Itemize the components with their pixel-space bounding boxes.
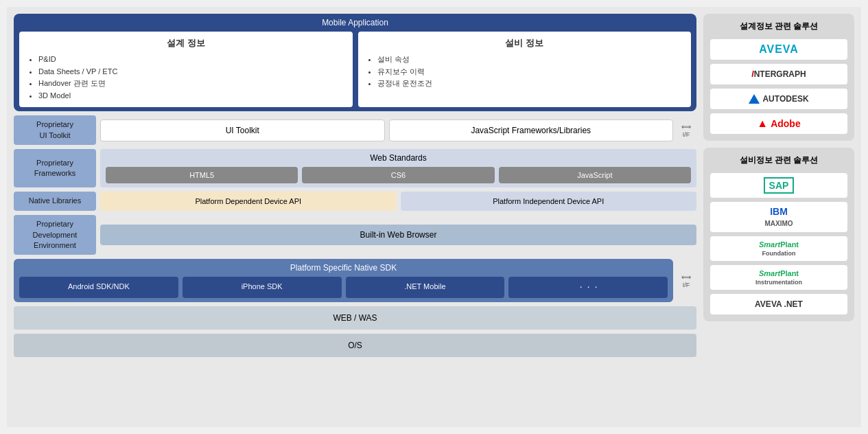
platform-sdk-row: Platform Specific Native SDK Android SDK… (14, 259, 696, 302)
aveva-net-logo: AVEVA .NET (755, 299, 803, 309)
proprietary-frameworks-label: ProprietaryFrameworks (14, 149, 96, 187)
smartplant-foundation-logo-box: SmartPlantFoundation (710, 236, 847, 261)
ui-toolkit-box: UI Toolkit (100, 119, 385, 141)
browser-box: Built-in Web Browser (100, 225, 696, 245)
cs6-item: CS6 (302, 167, 494, 183)
right-panel: 설계정보 관련 솔루션 AVEVA INTERGRAPH AUTODESK ▲ … (703, 14, 854, 420)
net-mobile-item: .NET Mobile (346, 277, 505, 298)
mobile-app-inner: 설계 정보 P&ID Data Sheets / VP / ETC Handov… (19, 32, 691, 107)
android-sdk-item: Android SDK/NDK (19, 277, 178, 298)
if-arrow-1: ⟺I/F (676, 123, 696, 138)
adobe-icon: ▲ (757, 117, 768, 130)
design-info-title: 설계 정보 (27, 37, 344, 49)
ui-toolkit-layer: ProprietaryUI Toolkit UI Toolkit JavaScr… (14, 115, 673, 145)
platform-sdk-items: Android SDK/NDK iPhone SDK .NET Mobile ・… (19, 277, 668, 298)
aveva-logo-box: AVEVA (710, 39, 847, 60)
if-arrow-2: ⟺I/F (676, 273, 696, 288)
facility-info-box: 설비 정보 설비 속성 유지보수 이력 공정내 운전조건 (358, 32, 692, 107)
ui-toolkit-content: UI Toolkit JavaScript Frameworks/Librari… (100, 115, 673, 145)
native-libraries-label: Native Libraries (14, 192, 96, 211)
facility-info-title: 설비 정보 (366, 37, 683, 49)
smartplant-foundation-logo: SmartPlantFoundation (759, 240, 799, 257)
design-info-item-2: Data Sheets / VP / ETC (38, 66, 344, 78)
frameworks-row: ProprietaryFrameworks Web Standards HTML… (14, 149, 696, 187)
proprietary-dev-row: ProprietaryDevelopmentEnvironment Built-… (14, 215, 696, 255)
aveva-net-logo-box: AVEVA .NET (710, 294, 847, 315)
design-info-box: 설계 정보 P&ID Data Sheets / VP / ETC Handov… (19, 32, 353, 107)
smartplant-instrumentation-logo: SmartPlantInstrumentation (755, 269, 802, 286)
if-label-2: I/F (683, 282, 690, 288)
proprietary-dev-label: ProprietaryDevelopmentEnvironment (14, 215, 96, 255)
platform-dep-api-box: Platform Dependent Device API (100, 192, 397, 211)
facility-info-item-2: 유지보수 이력 (377, 66, 683, 78)
os-box: O/S (14, 334, 696, 357)
intergraph-logo: INTERGRAPH (751, 69, 806, 79)
design-solutions-box: 설계정보 관련 솔루션 AVEVA INTERGRAPH AUTODESK ▲ … (703, 14, 854, 141)
ibm-logo-box: IBMMAXIMO (710, 202, 847, 232)
platform-sdk-container: Platform Specific Native SDK Android SDK… (14, 259, 673, 302)
native-libraries-row: Native Libraries Platform Dependent Devi… (14, 192, 696, 211)
design-info-item-1: P&ID (38, 54, 344, 66)
intergraph-logo-box: INTERGRAPH (710, 64, 847, 84)
autodesk-triangle-icon (749, 94, 760, 104)
facility-solutions-box: 설비정보 관련 솔루션 SAP IBMMAXIMO SmartPlantFoun… (703, 148, 854, 321)
facility-info-list: 설비 속성 유지보수 이력 공정내 운전조건 (366, 54, 683, 90)
smartplant-instrumentation-logo-box: SmartPlantInstrumentation (710, 265, 847, 290)
aveva-logo: AVEVA (759, 43, 799, 56)
proprietary-ui-toolkit-label: ProprietaryUI Toolkit (14, 115, 96, 145)
facility-info-item-1: 설비 속성 (377, 54, 683, 66)
facility-info-item-3: 공정내 운전조건 (377, 78, 683, 90)
platform-indep-api-box: Platform Independent Device API (401, 192, 697, 211)
javascript-item: JavaScript (499, 167, 691, 183)
adobe-logo-box: ▲ Adobe (710, 113, 847, 134)
js-frameworks-box: JavaScript Frameworks/Libraries (389, 119, 674, 141)
browser-content: Built-in Web Browser (100, 215, 696, 255)
sap-logo: SAP (764, 177, 795, 194)
main-container: Mobile Application 설계 정보 P&ID Data Sheet… (7, 7, 861, 427)
autodesk-logo-box: AUTODESK (710, 89, 847, 109)
html5-item: HTML5 (106, 167, 298, 183)
left-panel: Mobile Application 설계 정보 P&ID Data Sheet… (14, 14, 696, 420)
mobile-app-title: Mobile Application (19, 18, 691, 27)
dots-item: ・・・ (508, 277, 668, 298)
design-info-item-4: 3D Model (38, 90, 344, 102)
ui-toolkit-row: ProprietaryUI Toolkit UI Toolkit JavaScr… (14, 115, 696, 145)
iphone-sdk-item: iPhone SDK (183, 277, 342, 298)
sap-logo-box: SAP (710, 173, 847, 198)
web-standards-content: Web Standards HTML5 CS6 JavaScript (100, 149, 696, 187)
adobe-logo: ▲ Adobe (757, 117, 800, 130)
web-standards-items: HTML5 CS6 JavaScript (106, 167, 691, 183)
web-was-box: WEB / WAS (14, 306, 696, 330)
design-info-list: P&ID Data Sheets / VP / ETC Handover 관련 … (27, 54, 344, 102)
ibm-logo: IBMMAXIMO (764, 206, 793, 228)
facility-solutions-title: 설비정보 관련 솔루션 (710, 155, 847, 166)
native-libraries-content: Platform Dependent Device API Platform I… (100, 192, 696, 211)
web-standards-title: Web Standards (106, 153, 691, 163)
if-label-1: I/F (683, 131, 690, 138)
autodesk-logo: AUTODESK (749, 94, 808, 104)
web-standards-container: Web Standards HTML5 CS6 JavaScript (100, 149, 696, 187)
design-info-item-3: Handover 관련 도면 (38, 78, 344, 90)
design-solutions-title: 설계정보 관련 솔루션 (710, 21, 847, 32)
mobile-app-box: Mobile Application 설계 정보 P&ID Data Sheet… (14, 14, 696, 111)
platform-sdk-title: Platform Specific Native SDK (19, 263, 668, 273)
